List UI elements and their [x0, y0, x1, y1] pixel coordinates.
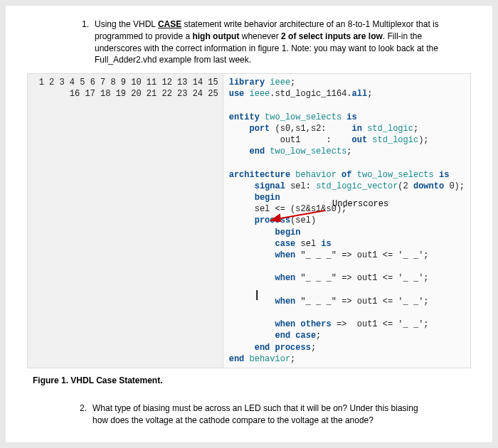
q1-part-0: Using the VHDL: [95, 19, 158, 29]
svg-marker-1: [271, 215, 280, 221]
question-1: 1. Using the VHDL CASE statement write b…: [27, 18, 471, 66]
underscores-annotation: Underscores: [332, 198, 388, 210]
q1-part-3: high output: [192, 31, 239, 41]
code-block: 1 2 3 4 5 6 7 8 9 10 11 12 13 14 15 16 1…: [27, 73, 471, 368]
figure-caption: Figure 1. VHDL Case Statement.: [33, 375, 471, 385]
q1-part-5: 2 of select inputs are low: [281, 31, 383, 41]
question-2-number: 2.: [77, 402, 92, 427]
question-1-text: Using the VHDL CASE statement write beha…: [95, 18, 471, 66]
code-content: library ieee; use ieee.std_logic_1164.al…: [223, 74, 470, 368]
text-cursor-icon: |: [254, 289, 260, 302]
svg-line-0: [277, 210, 325, 219]
question-2: 2. What type of biasing must be across a…: [27, 402, 471, 427]
line-number-gutter: 1 2 3 4 5 6 7 8 9 10 11 12 13 14 15 16 1…: [28, 74, 223, 368]
question-2-text: What type of biasing must be across an L…: [92, 402, 450, 427]
arrow-icon: [270, 208, 327, 222]
question-1-number: 1.: [77, 18, 95, 66]
q1-case-keyword: CASE: [158, 19, 181, 29]
document-page: 1. Using the VHDL CASE statement write b…: [6, 6, 492, 442]
q1-part-4: whenever: [239, 31, 281, 41]
